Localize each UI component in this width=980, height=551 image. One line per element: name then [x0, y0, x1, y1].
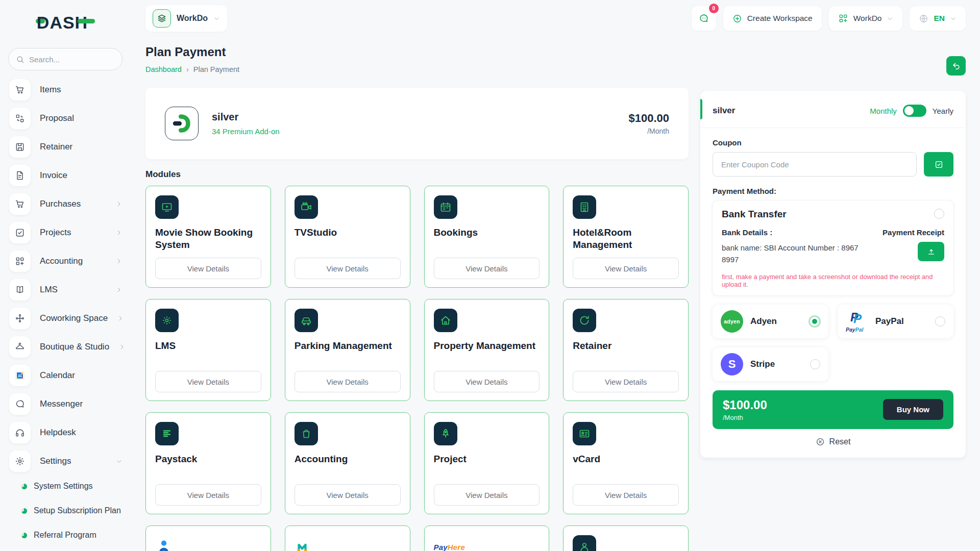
plan-addons: 34 Premium Add-on — [212, 127, 280, 136]
upload-receipt-button[interactable] — [918, 242, 944, 261]
chevron-right-icon — [115, 258, 122, 265]
plan-name: silver — [212, 111, 280, 123]
view-details-button[interactable]: View Details — [155, 258, 261, 279]
module-card-parking-management: Parking Management View Details — [285, 299, 410, 401]
module-title: LMS — [155, 340, 261, 352]
upload-icon — [927, 247, 936, 256]
bank-transfer-radio[interactable] — [934, 209, 944, 219]
module-title: Project — [434, 453, 540, 465]
reset-button[interactable]: Reset — [713, 437, 953, 446]
view-details-button[interactable]: View Details — [295, 484, 401, 506]
qr-arrows-icon — [9, 108, 31, 129]
bank-details-text: bank name: SBI Account Number : 8967 899… — [722, 242, 875, 266]
module-card-payhere: PayHere PayHere View Details — [424, 525, 550, 551]
paypal-logo-icon: PPPayPal — [846, 310, 868, 333]
headphones-icon — [9, 422, 31, 443]
sidebar-search[interactable] — [8, 48, 122, 70]
billing-cycle-toggle[interactable] — [903, 105, 926, 117]
svg-text:31: 31 — [18, 374, 22, 378]
total-period: /Month — [723, 414, 767, 421]
payment-receipt-label: Payment Receipt — [883, 228, 944, 237]
chat-badge: 0 — [709, 4, 719, 13]
cart-icon — [9, 79, 31, 101]
rocket-icon — [434, 422, 457, 445]
sidebar-item-helpdesk[interactable]: Helpdesk — [0, 421, 131, 444]
payment-option-paypal[interactable]: PPPayPal PayPal — [838, 305, 953, 338]
workdo-menu-button[interactable]: WorkDo — [829, 6, 903, 31]
payment-options-grid: adyen Adyen PPPayPal PayPal S Stripe — [713, 305, 953, 381]
create-workspace-button[interactable]: Create Workspace — [723, 6, 822, 31]
view-details-button[interactable]: View Details — [434, 258, 540, 279]
sidebar-item-projects[interactable]: Projects — [0, 221, 131, 244]
sidebar-item-purchases[interactable]: Purchases — [0, 193, 131, 215]
bullet-icon — [21, 508, 27, 514]
view-details-button[interactable]: View Details — [573, 484, 679, 506]
chat-button[interactable]: 0 — [692, 6, 716, 31]
view-details-button[interactable]: View Details — [295, 258, 401, 279]
sidebar-item-calendar[interactable]: 31 Calendar — [0, 364, 131, 387]
view-details-button[interactable]: View Details — [434, 371, 540, 392]
book-icon — [9, 279, 31, 300]
sidebar-item-items[interactable]: Items — [0, 79, 131, 101]
payment-option-radio[interactable] — [810, 359, 820, 369]
gcal-icon: 31 — [9, 365, 31, 386]
yearly-label: Yearly — [933, 107, 953, 115]
top-header: WorkDo 0 Create Workspace WorkDo EN — [131, 0, 980, 37]
payment-option-stripe[interactable]: S Stripe — [713, 347, 828, 381]
return-arrow-icon — [951, 61, 961, 71]
payment-option-adyen[interactable]: adyen Adyen — [713, 305, 828, 338]
view-details-button[interactable]: View Details — [434, 484, 540, 506]
module-card-lms: LMS View Details — [145, 299, 271, 401]
globe-icon — [919, 14, 928, 23]
plan-summary-card: silver 34 Premium Add-on $100.00 /Month — [145, 88, 689, 159]
sidebar-subitem-setup-subscription-plan[interactable]: Setup Subscription Plan — [0, 503, 131, 518]
view-details-button[interactable]: View Details — [155, 371, 261, 392]
payment-option-radio[interactable] — [812, 319, 817, 324]
workspace-name: WorkDo — [177, 14, 208, 23]
chevron-down-icon — [887, 15, 893, 22]
sidebar-subitem-referral-program[interactable]: Referral Program — [0, 528, 131, 543]
camera-icon — [295, 195, 318, 219]
monthly-label: Monthly — [870, 107, 897, 115]
modules-grid: Movie Show Booking System View Details T… — [145, 186, 689, 551]
view-details-button[interactable]: View Details — [155, 484, 261, 506]
sidebar-item-settings[interactable]: Settings — [0, 450, 131, 472]
sidebar-item-accounting[interactable]: Accounting — [0, 250, 131, 272]
share-nodes-icon — [9, 308, 31, 329]
workspace-chip[interactable]: WorkDo — [145, 5, 227, 32]
chat-icon — [698, 13, 709, 24]
calendar-icon — [434, 195, 457, 219]
view-details-button[interactable]: View Details — [573, 371, 679, 392]
sidebar-item-retainer[interactable]: Retainer — [0, 136, 131, 158]
workdo-menu-label: WorkDo — [853, 14, 882, 23]
payment-option-radio[interactable] — [935, 316, 945, 327]
module-card-hotel-room-management: Hotel&Room Management View Details — [563, 186, 689, 288]
breadcrumb-dashboard[interactable]: Dashboard — [145, 65, 182, 73]
bullet-icon — [21, 484, 27, 489]
apply-coupon-button[interactable] — [924, 152, 953, 177]
sidebar-item-boutique-studio[interactable]: Boutique & Studio — [0, 336, 131, 358]
building-icon — [573, 195, 596, 219]
buy-now-button[interactable]: Buy Now — [883, 399, 943, 420]
view-details-button[interactable]: View Details — [295, 371, 401, 392]
sidebar-item-invoice[interactable]: Invoice — [0, 164, 131, 187]
x-circle-icon — [816, 437, 825, 446]
coupon-label: Coupon — [713, 138, 953, 147]
sidebar-item-proposal[interactable]: Proposal — [0, 107, 131, 130]
sidebar-item-lms[interactable]: LMS — [0, 279, 131, 301]
language-selector[interactable]: EN — [910, 6, 966, 31]
module-card-bookings: Bookings View Details — [424, 186, 550, 288]
module-title: Bookings — [434, 227, 540, 239]
search-input[interactable] — [29, 55, 106, 64]
module-card-property-management: Property Management View Details — [424, 299, 550, 401]
back-button[interactable] — [946, 56, 966, 76]
sidebar-subitem-system-settings[interactable]: System Settings — [0, 479, 131, 494]
view-details-button[interactable]: View Details — [573, 258, 679, 279]
module-card-retainer: Retainer View Details — [563, 299, 689, 401]
sidebar-item-messenger[interactable]: Messenger — [0, 393, 131, 415]
monnify-icon — [295, 535, 401, 551]
coupon-input[interactable] — [713, 152, 917, 177]
sidebar-item-coworking-space[interactable]: Coworking Space — [0, 307, 131, 330]
chevron-right-icon — [115, 201, 122, 208]
module-title: Paystack — [155, 453, 261, 465]
